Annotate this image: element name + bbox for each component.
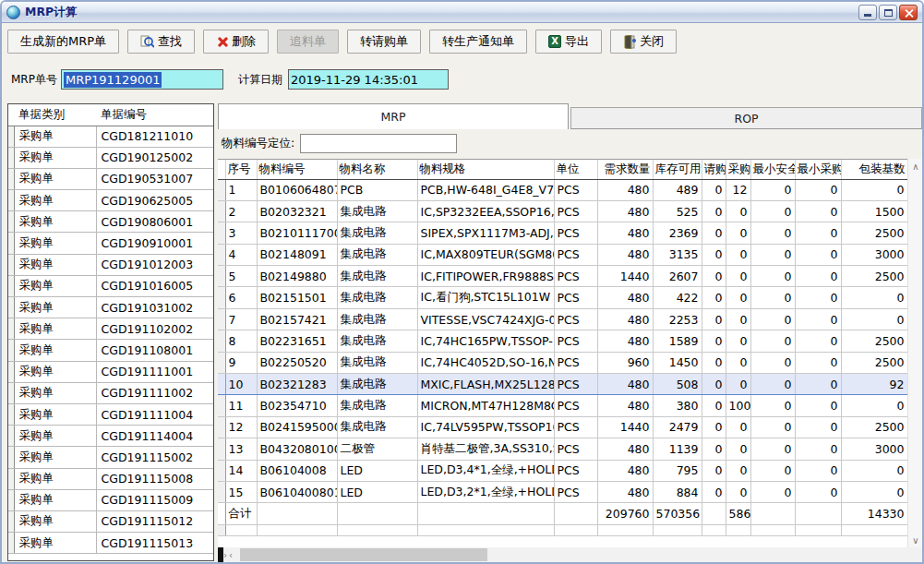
row-selector[interactable] bbox=[218, 524, 225, 535]
row-selector[interactable] bbox=[218, 287, 225, 308]
column-header[interactable]: 物料编号 bbox=[257, 160, 337, 179]
column-header[interactable]: 最小安全量 bbox=[750, 160, 795, 179]
document-row[interactable]: 采购单CGD191111001 bbox=[8, 361, 214, 382]
scrollbar-corner bbox=[907, 547, 922, 562]
document-row[interactable]: 采购单CGD191115013 bbox=[8, 533, 214, 554]
material-row[interactable]: 8B02231651集成电路IC,74HC165PW,TSSOP-16PCS48… bbox=[218, 330, 907, 352]
column-header[interactable]: 物料规格 bbox=[417, 160, 554, 179]
scroll-right-icon[interactable]: › bbox=[218, 547, 233, 562]
document-row[interactable]: 采购单CGD190625005 bbox=[8, 190, 214, 211]
material-row[interactable]: 10B02321283集成电路MXIC,FLASH,MX25L12835FPCS… bbox=[218, 374, 907, 395]
document-row[interactable]: 采购单CGD191012003 bbox=[8, 254, 214, 275]
button-label: 查找 bbox=[158, 33, 182, 50]
document-row[interactable]: 采购单CGD191102002 bbox=[8, 318, 214, 340]
material-row[interactable]: 9B02250520集成电路IC,74HC4052D,SO-16,NXPPCS9… bbox=[218, 352, 907, 373]
material-row[interactable]: 4B02148091集成电路IC,MAX809TEUR(SGM809-PCS48… bbox=[218, 244, 907, 265]
document-row[interactable]: 采购单CGD181211010 bbox=[8, 126, 214, 147]
row-selector[interactable] bbox=[218, 308, 225, 330]
document-row[interactable]: 采购单CGD191115012 bbox=[8, 510, 214, 532]
row-selector[interactable] bbox=[218, 222, 225, 244]
row-selector[interactable] bbox=[218, 179, 225, 200]
document-row[interactable]: 采购单CGD191031002 bbox=[8, 297, 214, 318]
column-header[interactable]: 采购中 bbox=[726, 160, 750, 179]
column-header[interactable]: 物料名称 bbox=[337, 160, 417, 179]
tab-mrp[interactable]: MRP bbox=[218, 103, 569, 129]
cell: 0 bbox=[795, 200, 841, 222]
column-header[interactable]: 最小采购量 bbox=[795, 160, 841, 179]
cell: 0 bbox=[841, 308, 907, 330]
document-row[interactable]: 采购单CGD191115002 bbox=[8, 447, 214, 468]
document-row[interactable]: 采购单CGD190531007 bbox=[8, 168, 214, 189]
total-row[interactable]: 合计209760570356586914330 bbox=[218, 503, 907, 524]
material-row[interactable]: 3B0210111700集成电路SIPEX,SPX1117M3-ADJ,80PC… bbox=[218, 222, 907, 244]
cell: 0 bbox=[702, 266, 726, 287]
column-header[interactable]: 单位 bbox=[554, 160, 597, 179]
material-row[interactable]: 6B02151501集成电路IC,看门狗,STC15L101WPCS480422… bbox=[218, 287, 907, 308]
document-row[interactable]: 采购单CGD191108001 bbox=[8, 340, 214, 361]
document-row[interactable]: 采购单CGD190125002 bbox=[8, 147, 214, 168]
row-selector[interactable] bbox=[218, 460, 225, 481]
material-row[interactable]: 5B02149880集成电路IC,FITIPOWER,FR9888SPCPCS1… bbox=[218, 266, 907, 287]
scroll-down-icon[interactable]: ∨ bbox=[908, 533, 923, 547]
column-header[interactable]: 请购中 bbox=[702, 160, 726, 179]
row-selector[interactable] bbox=[218, 438, 225, 460]
close-button[interactable]: 关闭 bbox=[610, 30, 677, 54]
document-row[interactable]: 采购单CGD191111004 bbox=[8, 403, 214, 425]
column-header[interactable]: 库存可用量 bbox=[653, 160, 702, 179]
material-row[interactable]: 13B0432080100二极管肖特基二极管,3A,SS310,SMPCS480… bbox=[218, 438, 907, 460]
row-selector[interactable] bbox=[218, 374, 225, 395]
doc-no-header[interactable]: 单据编号 bbox=[96, 104, 214, 126]
title-bar[interactable]: MRP计算 bbox=[2, 2, 922, 23]
doc-type-header[interactable]: 单据类别 bbox=[14, 104, 96, 126]
scroll-up-icon[interactable]: ∧ bbox=[908, 159, 923, 174]
cell: 480 bbox=[597, 438, 653, 460]
export-button[interactable]: 导出 bbox=[535, 30, 602, 54]
blank-row[interactable] bbox=[218, 524, 907, 535]
mrp-no-input[interactable]: MRP191129001 bbox=[61, 69, 223, 90]
new-mrp-button[interactable]: 生成新的MRP单 bbox=[7, 30, 119, 54]
column-header[interactable]: 包装基数 bbox=[841, 160, 907, 179]
minimize-button[interactable] bbox=[858, 5, 877, 20]
material-row[interactable]: 15B0610400801LEDLED,D3,2*1,全绿,+HOLD,DPCS… bbox=[218, 481, 907, 502]
row-selector[interactable] bbox=[218, 481, 225, 502]
material-row[interactable]: 2B02032321集成电路IC,SP3232EEA,SSOP16,3.0PCS… bbox=[218, 200, 907, 222]
document-row[interactable]: 采购单CGD191111002 bbox=[8, 382, 214, 403]
row-selector[interactable] bbox=[218, 330, 225, 352]
material-row[interactable]: 11B02354710集成电路MICRON,MT47H128M8CF-PCS48… bbox=[218, 395, 907, 416]
row-selector[interactable] bbox=[218, 416, 225, 438]
vertical-scrollbar[interactable]: ∧ ∨ bbox=[907, 159, 922, 547]
to-production-notice-button[interactable]: 转生产通知单 bbox=[429, 30, 527, 54]
tab-rop[interactable]: ROP bbox=[570, 107, 922, 129]
material-row[interactable]: 1B0106064807PCBPCB,HW-648I_G4E8_V7_2PCS4… bbox=[218, 179, 907, 200]
maximize-button[interactable] bbox=[879, 5, 897, 20]
row-selector[interactable] bbox=[218, 200, 225, 222]
find-button[interactable]: 查找 bbox=[127, 30, 195, 54]
material-row[interactable]: 7B02157421集成电路VITESSE,VSC7424XJG-02,PCS4… bbox=[218, 308, 907, 330]
cell: CGD191115013 bbox=[96, 533, 214, 554]
close-window-button[interactable] bbox=[899, 5, 918, 20]
column-header[interactable]: 需求数量 bbox=[597, 160, 653, 179]
document-row[interactable]: 采购单CGD191114004 bbox=[8, 426, 214, 447]
row-selector[interactable] bbox=[218, 244, 225, 265]
document-row[interactable]: 采购单CGD191016005 bbox=[8, 275, 214, 296]
delete-button[interactable]: 删除 bbox=[203, 30, 269, 54]
material-locate-input[interactable] bbox=[300, 134, 457, 153]
row-selector[interactable] bbox=[218, 503, 225, 524]
row-selector[interactable] bbox=[218, 266, 225, 287]
document-row[interactable]: 采购单CGD190806001 bbox=[8, 211, 214, 233]
to-purchase-request-button[interactable]: 转请购单 bbox=[347, 30, 421, 54]
row-selector[interactable] bbox=[218, 395, 225, 416]
document-row[interactable]: 采购单CGD190910001 bbox=[8, 233, 214, 254]
horizontal-scroll-thumb[interactable] bbox=[240, 548, 487, 561]
document-row[interactable]: 采购单CGD191115009 bbox=[8, 489, 214, 510]
column-header[interactable]: 序号 bbox=[225, 160, 257, 179]
material-row[interactable]: 14B06104008LEDLED,D3,4*1,全绿,+HOLD,DPCS48… bbox=[218, 460, 907, 481]
row-selector[interactable] bbox=[218, 352, 225, 373]
cell bbox=[750, 503, 795, 524]
cell bbox=[795, 503, 841, 524]
search-icon bbox=[140, 35, 154, 48]
document-row[interactable]: 采购单CGD191115008 bbox=[8, 468, 214, 489]
calc-date-input[interactable]: 2019-11-29 14:35:01 bbox=[288, 69, 449, 90]
material-row[interactable]: 12B0241595000集成电路IC,74LV595PW,TSSOP16/7P… bbox=[218, 416, 907, 438]
horizontal-scrollbar[interactable]: ‹ › bbox=[218, 547, 907, 562]
